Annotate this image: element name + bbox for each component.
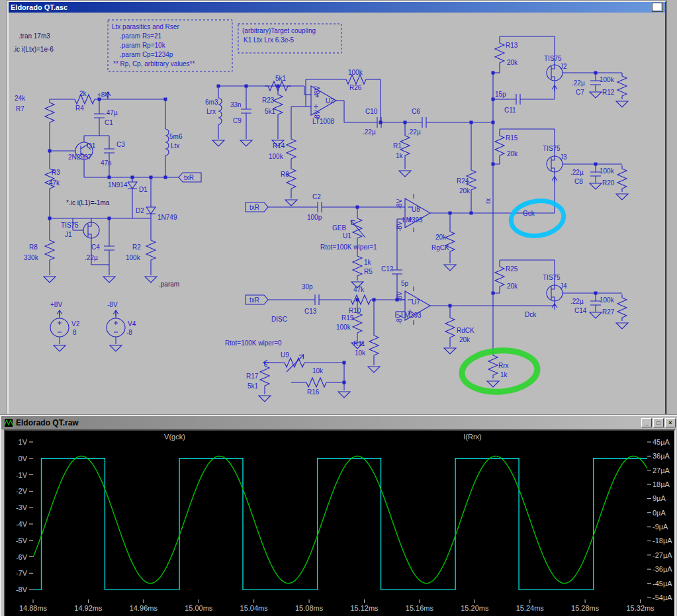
- schematic-label: J2: [560, 63, 567, 70]
- component-D1[interactable]: [128, 179, 137, 196]
- restore-button[interactable]: [652, 3, 663, 12]
- component-g2[interactable]: [103, 277, 115, 283]
- schematic-label: DISC: [271, 316, 287, 323]
- schematic-label: 5k1: [265, 108, 276, 115]
- component-a7[interactable]: [263, 360, 269, 365]
- component-V4[interactable]: [107, 318, 125, 337]
- waveform-titlebar[interactable]: Eldorado QT.raw _ □ ×: [1, 416, 677, 429]
- schematic-label: 5p: [401, 280, 409, 287]
- schematic-label: -8V: [314, 110, 321, 120]
- component-R17[interactable]: [260, 363, 269, 389]
- minimize-button[interactable]: _: [641, 418, 652, 427]
- component-g17[interactable]: [338, 392, 350, 398]
- schematic-titlebar[interactable]: Eldorado QT.asc: [9, 2, 665, 13]
- maximize-button[interactable]: □: [653, 418, 664, 427]
- component-a3[interactable]: [113, 310, 118, 316]
- component-g19[interactable]: [616, 101, 628, 107]
- waveform-pane[interactable]: 1V0V-1V-2V-3V-4V-5V-6V-7V-8V45µA36µA27µA…: [4, 429, 676, 616]
- component-g15[interactable]: [444, 348, 456, 354]
- component-R6[interactable]: [287, 165, 296, 192]
- component-g24[interactable]: [487, 381, 499, 387]
- waveform-plot[interactable]: 1V0V-1V-2V-3V-4V-5V-6V-7V-8V45µA36µA27µA…: [5, 431, 674, 616]
- schematic-label: C10: [365, 108, 378, 115]
- component-R26[interactable]: [343, 75, 369, 84]
- component-R20[interactable]: [617, 165, 627, 192]
- component-C10[interactable]: [371, 117, 386, 128]
- schematic-label: .22µ: [570, 298, 584, 305]
- component-R12[interactable]: [617, 73, 627, 99]
- component-J1[interactable]: [83, 222, 99, 238]
- schematic-label: TIS75: [543, 145, 561, 152]
- component-g23[interactable]: [616, 323, 628, 329]
- component-g21[interactable]: [616, 194, 628, 200]
- component-R8[interactable]: [45, 237, 54, 263]
- schematic-label: R5: [364, 268, 373, 275]
- schematic-label: .22µ: [85, 254, 98, 261]
- component-C6[interactable]: [416, 117, 431, 128]
- schematic-label: TIS75: [543, 274, 561, 281]
- schematic-label: R27: [602, 308, 615, 316]
- component-C11[interactable]: [510, 94, 525, 105]
- close-button[interactable]: ×: [665, 418, 676, 427]
- schematic-label: RgCK: [431, 244, 449, 251]
- schematic-title: Eldorado QT.asc: [11, 3, 68, 11]
- schematic-label: -8V: [396, 291, 403, 302]
- schematic-label: 8: [73, 329, 77, 336]
- component-g4[interactable]: [54, 345, 66, 351]
- component-a2[interactable]: [57, 310, 62, 316]
- component-R15[interactable]: [495, 132, 504, 159]
- component-R27[interactable]: [617, 294, 627, 321]
- component-g16[interactable]: [259, 396, 271, 402]
- component-R11[interactable]: [369, 332, 379, 359]
- component-C9[interactable]: [241, 103, 251, 118]
- component-C2[interactable]: [311, 202, 327, 212]
- schematic-label: 47k: [353, 286, 365, 293]
- schematic-drawing[interactable]: Ltx parasitics and Rser.param Rs=21.para…: [9, 13, 662, 413]
- schematic-label: J1: [65, 231, 72, 238]
- component-R13[interactable]: [495, 40, 504, 66]
- component-R14[interactable]: [287, 136, 296, 162]
- component-g12[interactable]: [444, 265, 456, 271]
- component-R16[interactable]: [303, 378, 330, 387]
- component-R2[interactable]: [146, 237, 156, 263]
- component-g18[interactable]: [590, 92, 602, 98]
- schematic-label: R15: [506, 134, 518, 142]
- component-g22[interactable]: [590, 312, 602, 318]
- y-axis-right-label: -54µA: [653, 594, 672, 601]
- junction-dot: [449, 212, 452, 215]
- component-RdCK[interactable]: [445, 314, 455, 341]
- component-C3[interactable]: [104, 142, 114, 158]
- component-g3[interactable]: [145, 277, 157, 283]
- component-C12[interactable]: [392, 263, 402, 279]
- component-R5[interactable]: [353, 253, 362, 279]
- component-Lrx[interactable]: [218, 98, 222, 124]
- component-Ltx[interactable]: [165, 129, 169, 155]
- component-V2[interactable]: [50, 318, 69, 337]
- component-Rrx[interactable]: [488, 352, 498, 378]
- component-U1[interactable]: [351, 215, 365, 242]
- component-R10[interactable]: [347, 295, 374, 304]
- component-R7[interactable]: [45, 99, 54, 126]
- component-g7[interactable]: [240, 140, 252, 146]
- component-a5[interactable]: [552, 177, 557, 183]
- schematic-canvas[interactable]: Ltx parasitics and Rser.param Rs=21.para…: [9, 13, 665, 414]
- junction-dot: [492, 98, 495, 101]
- component-R25[interactable]: [495, 263, 504, 290]
- component-a4[interactable]: [552, 85, 557, 91]
- component-C1[interactable]: [94, 107, 105, 123]
- schematic-label: 1N914: [108, 181, 128, 189]
- component-g9[interactable]: [285, 200, 297, 206]
- schematic-label: C1: [105, 119, 113, 126]
- component-g1[interactable]: [44, 277, 56, 283]
- component-g5[interactable]: [110, 345, 122, 351]
- component-g10[interactable]: [399, 171, 411, 177]
- component-g6[interactable]: [212, 140, 224, 146]
- component-g14[interactable]: [368, 367, 380, 373]
- component-g20[interactable]: [590, 183, 602, 189]
- legend-vgck: V(gck): [164, 433, 185, 441]
- y-axis-left-label: -3V: [16, 504, 28, 511]
- component-C4[interactable]: [104, 240, 114, 255]
- component-a6[interactable]: [552, 304, 557, 310]
- component-C13[interactable]: [308, 294, 324, 305]
- waveform-window: Eldorado QT.raw _ □ × 1V0V-1V-2V-3V-4V-5…: [0, 415, 677, 616]
